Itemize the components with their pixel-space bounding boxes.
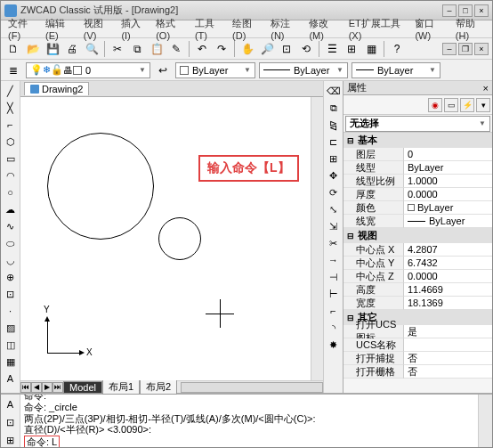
property-value[interactable]: 0 — [404, 148, 492, 161]
property-row[interactable]: 厚度0.0000 — [343, 188, 492, 201]
tab-scroll-first[interactable]: ⏮ — [20, 382, 31, 393]
property-value[interactable]: 6.7432 — [404, 257, 492, 270]
stretch-icon[interactable]: ⇲ — [326, 218, 342, 234]
tab-scroll-next[interactable]: ▶ — [42, 382, 53, 393]
toggle-pickadd-icon[interactable]: ◉ — [428, 98, 442, 112]
zoom-window-icon[interactable]: ⊡ — [278, 40, 295, 58]
join-icon[interactable]: ⊢ — [326, 286, 342, 302]
menu-item[interactable]: 标注(N) — [267, 15, 303, 43]
menu-item[interactable]: ET扩展工具(X) — [345, 15, 410, 43]
zoom-prev-icon[interactable]: ⟲ — [297, 40, 315, 58]
plot-icon[interactable]: 🖨 — [63, 40, 81, 58]
linetype-combo[interactable]: ByLayer ▼ — [259, 62, 348, 78]
erase-icon[interactable]: ⌫ — [326, 83, 342, 99]
hatch-icon[interactable]: ▨ — [3, 320, 19, 336]
tab-scroll-prev[interactable]: ◀ — [31, 382, 42, 393]
doc-restore-button[interactable]: ❐ — [458, 43, 473, 55]
quick-select-icon[interactable]: ⚡ — [460, 98, 474, 112]
copy-obj-icon[interactable]: ⧉ — [326, 100, 342, 116]
property-row[interactable]: UCS名称 — [343, 338, 492, 352]
menu-item[interactable]: 视图(V) — [80, 15, 117, 43]
tab-scroll-last[interactable]: ⏭ — [53, 382, 63, 393]
layer-manager-icon[interactable]: ≣ — [4, 61, 22, 79]
paste-icon[interactable]: 📋 — [148, 40, 166, 58]
offset-icon[interactable]: ⊏ — [326, 134, 342, 150]
color-combo[interactable]: ByLayer ▼ — [175, 62, 255, 78]
extend-icon[interactable]: → — [326, 252, 342, 268]
property-row[interactable]: 图层0 — [343, 148, 492, 161]
design-center-icon[interactable]: ⊞ — [343, 40, 360, 58]
ellipse-arc-icon[interactable]: ◡ — [3, 252, 19, 268]
rotate-icon[interactable]: ⟳ — [326, 184, 342, 200]
layout-tab[interactable]: 布局2 — [140, 379, 177, 395]
horizontal-scrollbar[interactable] — [181, 382, 323, 393]
polyline-icon[interactable]: ⌐ — [3, 117, 19, 133]
property-row[interactable]: 中心点 Y6.7432 — [343, 257, 492, 270]
zoom-icon[interactable]: 🔎 — [258, 40, 276, 58]
doc-minimize-button[interactable]: – — [442, 43, 457, 55]
mtext-icon[interactable]: A — [3, 371, 19, 387]
pan-icon[interactable]: ✋ — [238, 40, 256, 58]
property-row[interactable]: 线型比例1.0000 — [343, 175, 492, 188]
lineweight-combo[interactable]: ByLayer ▼ — [352, 62, 440, 78]
property-value[interactable]: 0.0000 — [404, 270, 492, 283]
property-group-header[interactable]: 视图 — [343, 228, 492, 243]
layer-prev-icon[interactable]: ↩ — [154, 61, 172, 79]
spline-icon[interactable]: ∿ — [3, 218, 19, 234]
break-icon[interactable]: ⊣ — [326, 269, 342, 285]
drawing-canvas[interactable]: 输入命令【L】 Y X — [20, 97, 323, 380]
chamfer-icon[interactable]: ⌐ — [326, 303, 342, 319]
help-icon[interactable]: ? — [388, 40, 406, 58]
menu-item[interactable]: 修改(M) — [305, 15, 343, 43]
property-row[interactable]: 高度11.4669 — [343, 283, 492, 297]
layer-combo[interactable]: 💡❄🔓🖶 0 ▼ — [26, 62, 150, 78]
point-icon[interactable]: · — [3, 303, 19, 319]
trim-icon[interactable]: ✂ — [326, 235, 342, 251]
menu-item[interactable]: 编辑(E) — [42, 15, 78, 43]
preview-icon[interactable]: 🔍 — [83, 40, 101, 58]
save-icon[interactable]: 💾 — [44, 40, 61, 58]
panel-close-icon[interactable]: × — [483, 83, 489, 94]
property-row[interactable]: 线宽ByLayer — [343, 215, 492, 228]
property-row[interactable]: 打开栅格否 — [343, 365, 492, 379]
tool-palette-icon[interactable]: ▦ — [362, 40, 380, 58]
table-icon[interactable]: ▦ — [3, 354, 19, 370]
array-icon[interactable]: ⊞ — [326, 151, 342, 167]
menu-item[interactable]: 文件(F) — [4, 15, 40, 43]
property-row[interactable]: 颜色ByLayer — [343, 201, 492, 215]
property-value[interactable]: 否 — [404, 352, 492, 365]
property-value[interactable]: 11.4669 — [404, 283, 492, 297]
panel-menu-icon[interactable]: ▾ — [476, 98, 490, 112]
property-row[interactable]: 中心点 X4.2807 — [343, 243, 492, 257]
select-objects-icon[interactable]: ▭ — [444, 98, 458, 112]
property-value[interactable]: 18.1369 — [404, 297, 492, 310]
layout-tab[interactable]: Model — [63, 381, 102, 394]
line-icon[interactable]: ╱ — [3, 83, 19, 99]
cmd-tool-icon[interactable]: ⊞ — [3, 432, 19, 448]
property-row[interactable]: 打开UCS图标是 — [343, 325, 492, 338]
fillet-icon[interactable]: ◝ — [326, 320, 342, 336]
selection-combo[interactable]: 无选择 ▼ — [345, 116, 490, 132]
property-value[interactable]: 0.0000 — [404, 188, 492, 201]
revcloud-icon[interactable]: ☁ — [3, 201, 19, 217]
property-value[interactable]: 1.0000 — [404, 175, 492, 188]
menu-item[interactable]: 帮助(H) — [452, 15, 489, 43]
cmd-tool-icon[interactable]: ⊡ — [3, 414, 19, 430]
property-group-header[interactable]: 基本 — [343, 133, 492, 148]
mirror-icon[interactable]: ⧎ — [326, 117, 342, 133]
vertical-scrollbar[interactable] — [311, 97, 323, 380]
menu-item[interactable]: 工具(T) — [191, 15, 227, 43]
property-grid[interactable]: 基本图层0线型ByLayer线型比例1.0000厚度0.0000颜色ByLaye… — [343, 133, 492, 393]
explode-icon[interactable]: ✸ — [326, 337, 342, 353]
undo-icon[interactable]: ↶ — [193, 40, 211, 58]
ellipse-icon[interactable]: ⬭ — [3, 235, 19, 251]
property-value[interactable]: 4.2807 — [404, 243, 492, 257]
move-icon[interactable]: ✥ — [326, 167, 342, 183]
menu-item[interactable]: 格式(O) — [152, 15, 190, 43]
property-value[interactable] — [404, 338, 492, 352]
properties-icon[interactable]: ☰ — [323, 40, 341, 58]
doc-close-button[interactable]: × — [474, 43, 489, 55]
document-tab[interactable]: Drawing2 — [24, 82, 89, 95]
menu-item[interactable]: 绘图(D) — [229, 15, 265, 43]
property-value[interactable]: 是 — [404, 325, 492, 338]
